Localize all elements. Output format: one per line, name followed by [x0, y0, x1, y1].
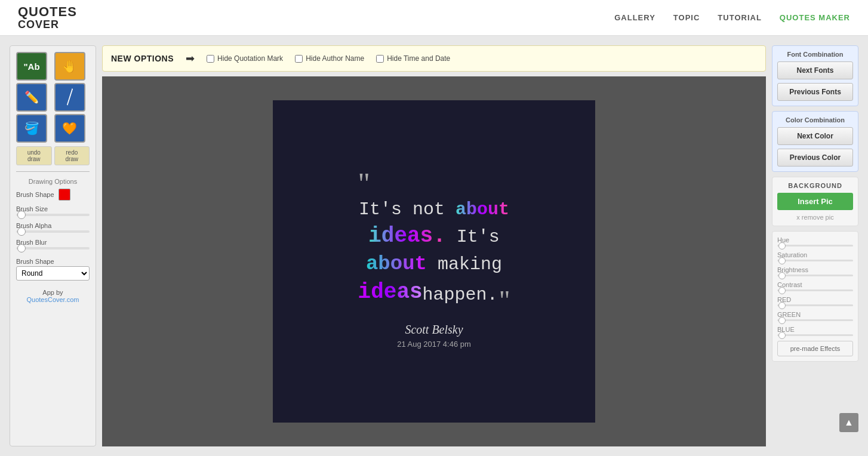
contrast-slider-row: Contrast [777, 281, 853, 291]
brush-shape-label: Brush Shape [16, 191, 55, 198]
author-date: 21 Aug 2017 4:46 pm [358, 340, 510, 350]
hue-track[interactable] [777, 245, 853, 247]
quote-line4: ideas happen. " [358, 278, 510, 307]
green-label: GREEN [777, 311, 853, 318]
previous-color-button[interactable]: Previous Color [777, 149, 853, 167]
blue-label: BLUE [777, 326, 853, 333]
quote-line2: ideas. It's [358, 222, 510, 251]
background-section: BACKGROUND Insert Pic x remove pic [772, 177, 858, 226]
remove-pic-link[interactable]: x remove pic [777, 214, 853, 221]
red-label: RED [777, 296, 853, 303]
divider [16, 171, 90, 172]
nav-gallery[interactable]: GALLERY [614, 13, 655, 22]
redo-button[interactable]: redodraw [54, 146, 90, 165]
brush-shape-select[interactable]: Round Square [16, 266, 90, 281]
line-icon: ╲ [61, 89, 78, 106]
saturation-thumb[interactable] [778, 257, 786, 264]
quote-line3: about making [358, 251, 510, 278]
hide-author-label: Hide Author Name [306, 54, 364, 63]
next-fonts-button[interactable]: Next Fonts [777, 61, 853, 79]
previous-fonts-button[interactable]: Previous Fonts [777, 83, 853, 101]
green-track[interactable] [777, 319, 853, 321]
fill-tool-button[interactable]: 🪣 [16, 114, 47, 143]
brightness-track[interactable] [777, 275, 853, 276]
pre-made-effects-button[interactable]: pre-made Effects [777, 341, 853, 356]
brush-alpha-label: Brush Alpha [16, 222, 90, 229]
nav-topic[interactable]: TOPIC [673, 13, 700, 22]
brightness-thumb[interactable] [778, 272, 786, 279]
draw-tool-button[interactable]: 🤚 [54, 52, 85, 81]
saturation-label: Saturation [777, 251, 853, 258]
canvas-wrapper: " It's not about ideas. It's about makin… [102, 76, 766, 446]
hue-thumb[interactable] [778, 242, 786, 249]
hide-quotation-checkbox[interactable]: Hide Quotation Mark [207, 54, 283, 63]
brush-size-thumb[interactable] [17, 211, 26, 219]
brush-blur-slider: Brush Blur [16, 239, 90, 249]
brightness-label: Brightness [777, 266, 853, 273]
brush-blur-thumb[interactable] [17, 244, 26, 252]
hide-date-checkbox[interactable]: Hide Time and Date [376, 54, 450, 63]
insert-pic-button[interactable]: Insert Pic [777, 193, 853, 210]
brush-alpha-track[interactable] [16, 230, 90, 233]
main-nav: GALLERY TOPIC TUTORIAL QUOTES MAKER [614, 13, 850, 22]
brush-shape-dropdown-label: Brush Shape [16, 258, 90, 265]
hue-label: Hue [777, 236, 853, 244]
fill-icon: 🪣 [24, 121, 39, 135]
right-panel: Font Combination Next Fonts Previous Fon… [772, 45, 858, 446]
nav-tutorial[interactable]: TUTORIAL [718, 13, 761, 22]
hide-quotation-input[interactable] [207, 55, 214, 63]
nav-quotes-maker[interactable]: QUOTES MAKER [780, 13, 850, 22]
brush-alpha-thumb[interactable] [17, 227, 26, 236]
line-tool-button[interactable]: ╲ [54, 83, 85, 112]
color-combination-title: Color Combination [777, 116, 853, 124]
contrast-track[interactable] [777, 289, 853, 291]
brush-color-swatch[interactable] [59, 189, 70, 201]
red-thumb[interactable] [778, 302, 786, 309]
main-container: "Ab 🤚 ✏️ ╲ 🪣 🧡 undodraw [0, 36, 868, 456]
hand-icon: 🤚 [62, 59, 77, 73]
green-thumb[interactable] [778, 317, 786, 324]
saturation-track[interactable] [777, 260, 853, 261]
hue-slider-row: Hue [777, 236, 853, 247]
brush-shape-dropdown-container: Brush Shape Round Square [16, 258, 90, 281]
eraser-tool-button[interactable]: 🧡 [54, 114, 85, 143]
logo-quotes: QUOTES [18, 5, 77, 19]
open-quote-mark: " [358, 173, 370, 194]
brush-size-label: Brush Size [16, 205, 90, 212]
brush-size-slider: Brush Size [16, 205, 90, 216]
brush-size-track[interactable] [16, 214, 90, 216]
tool-grid: "Ab 🤚 ✏️ ╲ 🪣 🧡 [16, 52, 90, 143]
brush-alpha-slider: Brush Alpha [16, 222, 90, 233]
hide-author-checkbox[interactable]: Hide Author Name [295, 54, 364, 63]
canvas-area: NEW OPTIONS ➡ Hide Quotation Mark Hide A… [96, 45, 772, 446]
font-combination-title: Font Combination [777, 51, 853, 58]
brush-blur-track[interactable] [16, 247, 90, 249]
making-text: making [438, 254, 502, 275]
logo: QUOTES COVER [18, 5, 77, 31]
word-ideas2: ideas [358, 278, 423, 307]
arrow-icon: ➡ [186, 52, 195, 65]
hide-date-label: Hide Time and Date [387, 54, 450, 63]
logo-cover: COVER [18, 19, 77, 31]
text-tool-button[interactable]: "Ab [16, 52, 47, 81]
app-credit-line1: App by [26, 289, 79, 296]
blue-track[interactable] [777, 334, 853, 336]
its-text: It's [457, 227, 500, 247]
hide-date-input[interactable] [376, 55, 384, 63]
word-about1: about [455, 199, 509, 220]
next-color-button[interactable]: Next Color [777, 127, 853, 145]
quote-canvas[interactable]: " It's not about ideas. It's about makin… [273, 100, 595, 423]
hide-author-input[interactable] [295, 55, 303, 63]
blue-thumb[interactable] [778, 332, 786, 339]
contrast-thumb[interactable] [778, 287, 786, 294]
eraser-icon: 🧡 [62, 121, 77, 135]
scroll-up-button[interactable]: ▲ [839, 413, 858, 432]
undo-redo-row: undodraw redodraw [16, 146, 90, 165]
red-track[interactable] [777, 304, 853, 306]
saturation-slider-row: Saturation [777, 251, 853, 261]
blue-slider-row: BLUE [777, 326, 853, 336]
app-credit: App by QuotesCover.com [26, 289, 79, 303]
undo-button[interactable]: undodraw [16, 146, 52, 165]
header: QUOTES COVER GALLERY TOPIC TUTORIAL QUOT… [0, 0, 868, 36]
pencil-tool-button[interactable]: ✏️ [16, 83, 47, 112]
